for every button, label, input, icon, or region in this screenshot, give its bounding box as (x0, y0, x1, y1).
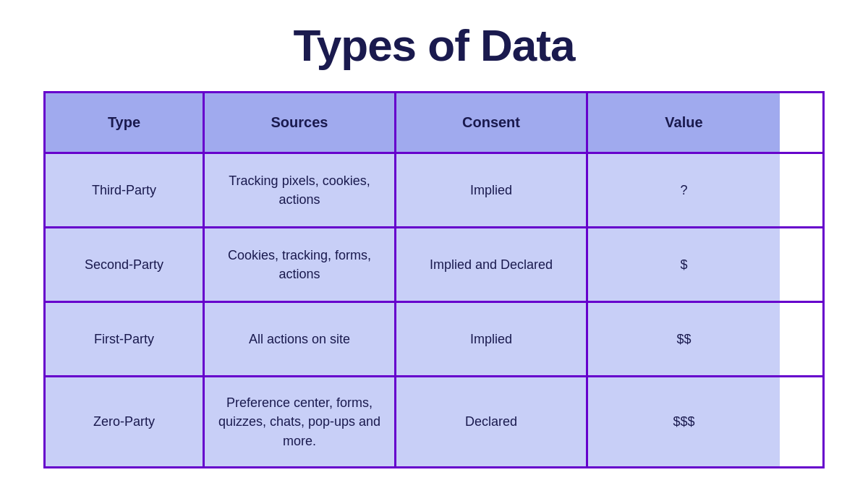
data-table: Type Sources Consent Value Third-Party T… (43, 91, 825, 468)
cell-sources-0: Tracking pixels, cookies, actions (205, 154, 396, 226)
header-value: Value (588, 93, 780, 152)
table-row: Second-Party Cookies, tracking, forms, a… (46, 228, 822, 303)
cell-value-3: $$$ (588, 377, 780, 466)
header-type: Type (46, 93, 205, 152)
cell-consent-1: Implied and Declared (396, 228, 588, 301)
table-header-row: Type Sources Consent Value (46, 93, 822, 154)
cell-type-2: First-Party (46, 303, 205, 375)
cell-value-0: ? (588, 154, 780, 226)
table-row: Third-Party Tracking pixels, cookies, ac… (46, 154, 822, 228)
cell-consent-2: Implied (396, 303, 588, 375)
cell-type-0: Third-Party (46, 154, 205, 226)
header-sources: Sources (205, 93, 396, 152)
cell-sources-2: All actions on site (205, 303, 396, 375)
cell-type-3: Zero-Party (46, 377, 205, 466)
page-title: Types of Data (294, 20, 575, 71)
table-row: First-Party All actions on site Implied … (46, 303, 822, 377)
cell-sources-3: Preference center, forms, quizzes, chats… (205, 377, 396, 466)
cell-type-1: Second-Party (46, 228, 205, 301)
cell-sources-1: Cookies, tracking, forms, actions (205, 228, 396, 301)
cell-consent-3: Declared (396, 377, 588, 466)
cell-value-2: $$ (588, 303, 780, 375)
cell-consent-0: Implied (396, 154, 588, 226)
table-row: Zero-Party Preference center, forms, qui… (46, 377, 822, 466)
cell-value-1: $ (588, 228, 780, 301)
header-consent: Consent (396, 93, 588, 152)
